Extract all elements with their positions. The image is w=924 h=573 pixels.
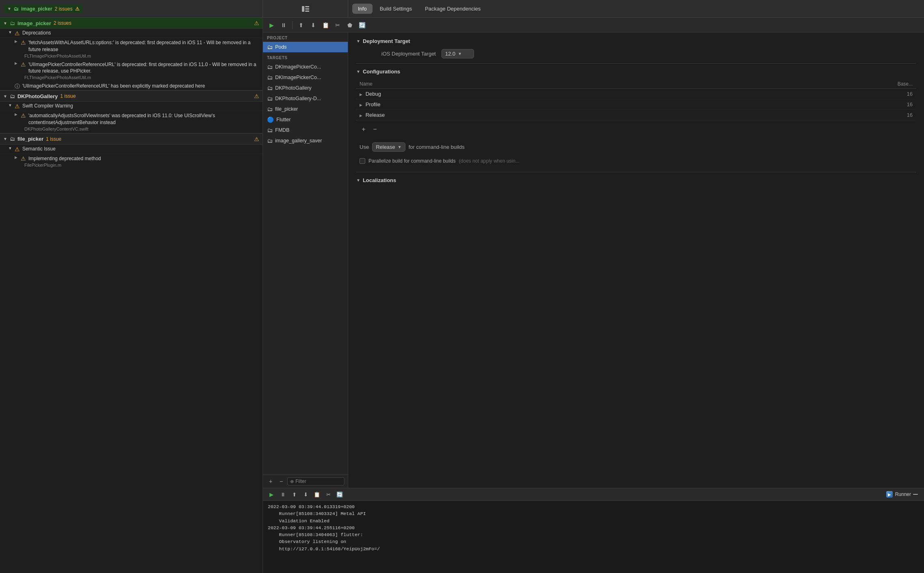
subgroup-header-swift[interactable]: ▼ ⚠ Swift Compiler Warning [0, 102, 263, 111]
step-into-button[interactable]: ⬇ [308, 20, 319, 30]
col-name-header: Name [356, 79, 689, 89]
config-count: 16 [689, 110, 916, 120]
nav-item-file-picker[interactable]: 🗂 file_picker [263, 104, 348, 114]
nav-item-pods[interactable]: 🗂 Pods [263, 42, 348, 52]
remove-button[interactable]: − [277, 477, 286, 486]
sidebar-toggle-button[interactable] [299, 3, 312, 15]
chevron-down-icon: ▼ [8, 30, 12, 34]
console-step-in-btn[interactable]: ⬇ [301, 490, 310, 499]
configurations-header[interactable]: ▼ Configurations [356, 69, 916, 75]
toolbar-row: ▶ ⏸ ⬆ ⬇ 📋 ✂ ⬟ 🔄 [263, 18, 924, 32]
svg-rect-4 [913, 494, 918, 495]
svg-rect-0 [302, 6, 304, 12]
issue-item-ui-picker-1[interactable]: ▶ ⚠ 'UIImagePickerControllerReferenceURL… [0, 60, 263, 75]
tab-build-settings[interactable]: Build Settings [374, 4, 418, 14]
nav-item-label: DKPhotoGallery [275, 85, 312, 91]
issue-text: 'fetchAssetsWithALAssetURLs:options:' is… [28, 39, 259, 53]
tab-info[interactable]: Info [352, 4, 373, 14]
issue-item-ui-picker-2[interactable]: ⓘ 'UIImagePickerControllerReferenceURL' … [0, 82, 263, 90]
chevron-down-icon: ▼ [3, 21, 7, 26]
targets-section-label: TARGETS [263, 52, 348, 62]
target-icon: 🗂 [267, 95, 273, 102]
ios-version-dropdown[interactable]: 12.0 ▼ [442, 49, 474, 58]
issue-item-fetch-assets[interactable]: ▶ ⚠ 'fetchAssetsWithALAssetURLs:options:… [0, 38, 263, 53]
chevron-right-icon: ▶ [15, 112, 17, 116]
warning-icon: ⚠ [21, 112, 26, 119]
add-button[interactable]: + [266, 477, 275, 486]
warning-icon: ⚠ [21, 155, 26, 162]
issue-count-badge: 2 issues [54, 20, 71, 26]
nav-item-dkimagepickerco-2[interactable]: 🗂 DKImagePickerCo... [263, 72, 348, 83]
parallelize-checkbox[interactable] [360, 158, 365, 164]
remove-config-button[interactable]: − [371, 125, 379, 133]
subgroup-header-deprecations[interactable]: ▼ ⚠ Deprecations [0, 29, 263, 38]
filter-area[interactable]: ⊕ Filter [287, 477, 345, 485]
svg-rect-1 [305, 6, 309, 7]
console-cut-btn[interactable]: ✂ [324, 490, 333, 499]
filter-icon: ⊕ [290, 479, 294, 484]
group-image-picker[interactable]: ▼ 🗂 image_picker 2 issues ⚠ [0, 18, 263, 29]
use-label: Use [360, 144, 369, 150]
config-row-release[interactable]: ▶ Release 16 [356, 110, 916, 120]
nav-item-image-gallery-saver[interactable]: 🗂 image_gallery_saver [263, 135, 348, 146]
nav-item-dkimagepickerco-1[interactable]: 🗂 DKImagePickerCo... [263, 62, 348, 72]
config-name: Release [366, 112, 385, 118]
console-pause-btn[interactable]: ⏸ [278, 490, 287, 499]
nav-panel: PROJECT 🗂 Pods TARGETS 🗂 DKImagePickerCo… [263, 32, 348, 488]
deployment-target-header[interactable]: ▼ Deployment Target [356, 38, 916, 44]
deployment-target-title: Deployment Target [363, 38, 410, 44]
chevron-right-icon: ▶ [15, 39, 17, 43]
warning-icon: ⚠ [21, 39, 26, 46]
warning-icon: ⚠ [254, 136, 259, 142]
nav-item-label: DKPhotoGallery-D... [275, 96, 321, 101]
step-out-button[interactable]: 📋 [320, 20, 331, 30]
target-icon: 🗂 [267, 64, 273, 70]
use-dropdown[interactable]: Release ▼ [372, 142, 405, 152]
nav-item-label: DKImagePickerCo... [275, 75, 321, 80]
nav-item-fmdb[interactable]: 🗂 FMDB [263, 125, 348, 135]
config-row-profile[interactable]: ▶ Profile 16 [356, 99, 916, 110]
chevron-right-icon: ▶ [15, 155, 17, 159]
warning-icon: ⚠ [15, 146, 20, 152]
localizations-header[interactable]: ▼ Localizations [356, 177, 916, 183]
nav-item-dkphotogallery[interactable]: 🗂 DKPhotoGallery [263, 83, 348, 93]
console-minimize-button[interactable] [911, 490, 920, 499]
tab-package-dependencies[interactable]: Package Dependencies [419, 4, 486, 14]
nav-item-label: image_gallery_saver [275, 138, 322, 144]
issues-panel: ▼ 🗂 image_picker 2 issues ⚠ ▼ ⚠ Deprecat… [0, 18, 263, 573]
add-config-button[interactable]: + [360, 125, 368, 133]
nav-item-flutter[interactable]: 🔵 Flutter [263, 114, 348, 125]
chevron-right-icon: ▶ [360, 103, 362, 107]
console-toolbar: ▶ ⏸ ⬆ ⬇ 📋 ✂ 🔄 [267, 490, 886, 499]
group-file-picker[interactable]: ▼ 🗂 file_picker 1 issue ⚠ [0, 133, 263, 145]
divider [356, 63, 916, 64]
col-base-header: Base... [689, 79, 916, 89]
step-over-button[interactable]: ⬆ [296, 20, 306, 30]
run-button[interactable]: ▶ [266, 20, 277, 30]
refresh-button[interactable]: 🔄 [357, 20, 367, 30]
top-bar-tabs: Info Build Settings Package Dependencies [348, 0, 924, 17]
middle-right-area: ▶ ⏸ ⬆ ⬇ 📋 ✂ ⬟ 🔄 PROJECT 🗂 Pods TARGETS 🗂 [263, 18, 924, 573]
issue-text: 'UIImagePickerControllerReferenceURL' is… [28, 61, 259, 75]
group-dkphotogallery[interactable]: ▼ 🗂 DKPhotoGallery 1 issue ⚠ [0, 90, 263, 102]
subgroup-header-semantic[interactable]: ▼ ⚠ Semantic Issue [0, 145, 263, 154]
warning-icon: ⚠ [15, 30, 20, 36]
warning-icon: ⚠ [15, 103, 20, 109]
pause-button[interactable]: ⏸ [278, 20, 289, 30]
console-run-btn[interactable]: ▶ [267, 490, 276, 499]
parallelize-row: Parallelize build for command-line build… [356, 157, 916, 165]
main-content: ▼ 🗂 image_picker 2 issues ⚠ ▼ ⚠ Deprecat… [0, 18, 924, 573]
share-button[interactable]: ⬟ [345, 20, 355, 30]
config-name: Debug [366, 91, 381, 97]
target-icon: 🗂 [267, 127, 273, 133]
divider [356, 172, 916, 172]
for-label: for command-line builds [409, 144, 465, 150]
copy-button[interactable]: ✂ [332, 20, 343, 30]
nav-item-dkphotogallery-d[interactable]: 🗂 DKPhotoGallery-D... [263, 93, 348, 104]
config-row-debug[interactable]: ▶ Debug 16 [356, 89, 916, 99]
console-step-btn[interactable]: ⬆ [290, 490, 299, 499]
console-share-btn[interactable]: 📋 [312, 490, 321, 499]
issue-item-auto-adjusts[interactable]: ▶ ⚠ 'automaticallyAdjustsScrollViewInset… [0, 111, 263, 126]
console-tools-btn[interactable]: 🔄 [335, 490, 344, 499]
issue-item-implementing-deprecated[interactable]: ▶ ⚠ Implementing deprecated method [0, 154, 263, 162]
